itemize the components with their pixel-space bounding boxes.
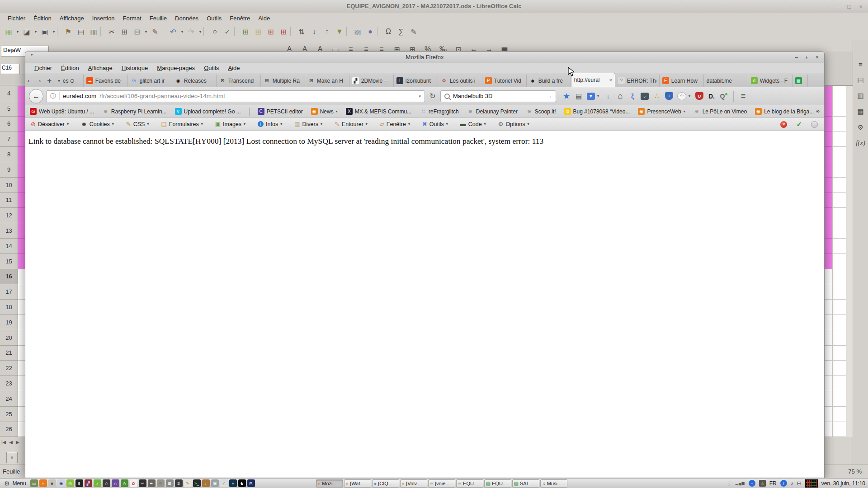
sheet-cell[interactable] (18, 330, 25, 346)
navbar-icon[interactable]: ≡ (739, 91, 747, 101)
sheet-cell[interactable] (833, 391, 846, 407)
toolbar-icon[interactable]: ⊞ (278, 26, 289, 38)
app-launcher-icon[interactable]: ▭ (30, 479, 38, 487)
sheet-cell[interactable] (833, 101, 846, 117)
system-monitor-graph[interactable] (805, 479, 818, 488)
toolbar-icon[interactable]: ▾ (198, 26, 203, 38)
toolbar-icon[interactable]: A (300, 45, 309, 51)
app-launcher-icon[interactable]: ♞ (238, 479, 246, 487)
toolbar-icon[interactable]: ▦ (3, 26, 14, 38)
browser-tab[interactable]: ⊠ Multiple Ra (261, 75, 305, 87)
sheet-cell[interactable] (825, 147, 832, 162)
sheet-cell[interactable] (18, 117, 25, 132)
webdev-menu-item[interactable]: ▤ Formulaires ▾ (161, 121, 203, 127)
sheet-cell[interactable] (18, 315, 25, 330)
menu-item[interactable]: Format (119, 15, 146, 22)
browser-tab[interactable]: databit.me (704, 75, 748, 87)
sheet-cell[interactable] (825, 422, 832, 437)
sheet-cell[interactable] (825, 376, 832, 391)
menu-item[interactable]: Affichage (56, 15, 88, 22)
toolbar-icon[interactable]: ← (469, 45, 478, 51)
bookmark-item[interactable] (249, 108, 250, 116)
toolbar-icon[interactable] (203, 27, 208, 36)
sheet-cell[interactable] (18, 178, 25, 193)
sidebar-gallery-icon[interactable]: ▦ (857, 108, 863, 116)
toolbar-icon[interactable]: ▣ (39, 26, 51, 38)
app-launcher-icon[interactable]: ⁂ (121, 479, 128, 487)
sheet-nav-button[interactable]: ◀ (9, 440, 13, 445)
row-header[interactable]: 18 (0, 300, 18, 315)
row-header[interactable]: 22 (0, 361, 18, 376)
sheet-cell[interactable] (825, 101, 832, 117)
bookmark-item[interactable]: ⊕ Scoop.it! (526, 108, 556, 115)
menu-item[interactable]: Outils (199, 65, 223, 71)
toolbar-icon[interactable]: ▾ (52, 26, 56, 38)
toolbar-icon[interactable]: ▾ (15, 26, 20, 38)
sheet-cell[interactable] (18, 284, 25, 300)
keyboard-layout-indicator[interactable]: FR (769, 480, 777, 487)
toolbar-icon[interactable]: ⊞ (408, 45, 417, 51)
new-tab-button[interactable]: + (47, 76, 52, 85)
tab-close-icon[interactable]: × (609, 77, 612, 83)
error-status-icon[interactable]: × (780, 121, 787, 128)
window-control-button[interactable]: – (795, 54, 798, 61)
bookmark-item[interactable]: ◉ News ▾ (311, 108, 338, 115)
app-launcher-icon[interactable]: ✒ (148, 479, 156, 487)
bookmarks-overflow-icon[interactable]: » (816, 108, 820, 114)
toolbar-icon[interactable]: ⊟ (131, 26, 143, 38)
tray-icon[interactable]: ♪ (791, 480, 793, 487)
app-launcher-icon[interactable]: ✎ (184, 479, 192, 487)
menu-item[interactable]: Édition (29, 15, 56, 22)
toolbar-icon[interactable] (290, 27, 295, 36)
toolbar-icon[interactable]: ✎ (408, 26, 420, 38)
toolbar-icon[interactable]: ▾ (33, 26, 38, 38)
sheet-cell[interactable] (833, 284, 846, 300)
webdev-menu-item[interactable]: i Infos ▾ (258, 121, 282, 127)
tab-scroll-left-button[interactable]: ‹ (28, 77, 29, 84)
navbar-icon[interactable]: ξ (628, 91, 637, 101)
bookmark-item[interactable]: C PETSCII editor (258, 108, 303, 115)
bookmark-item[interactable]: ◉ PresenceWeb ▾ (638, 108, 685, 115)
sheet-cell[interactable] (833, 315, 846, 330)
sheet-cell[interactable] (18, 193, 25, 208)
app-launcher-icon[interactable]: ↓ (202, 479, 210, 487)
app-launcher-icon[interactable]: ◗ (39, 479, 47, 487)
browser-tab[interactable]: ? ERROR: The (615, 75, 660, 87)
toolbar-icon[interactable]: ⊡ (454, 45, 463, 51)
navbar-icon[interactable]: ∴ (653, 91, 661, 101)
valid-status-icon[interactable]: ✓ (796, 120, 802, 128)
toolbar-icon[interactable]: ⊞ (240, 26, 251, 38)
toolbar-icon[interactable] (377, 27, 382, 36)
webdev-menu-item[interactable]: ⚙ Options ▾ (498, 121, 529, 127)
webdev-menu-item[interactable]: ▬ Code ▾ (460, 121, 486, 127)
sheet-cell[interactable] (825, 193, 832, 208)
sheet-cell[interactable] (833, 131, 846, 147)
browser-tab[interactable]: G glitch art ir (128, 75, 172, 87)
app-launcher-icon[interactable]: ◇ (103, 479, 110, 487)
sheet-nav-button[interactable]: ▶ (16, 440, 19, 445)
sheet-cell[interactable] (825, 254, 832, 269)
sheet-cell[interactable] (18, 86, 25, 101)
sheet-cell[interactable] (833, 376, 846, 391)
bookmark-item[interactable]: ⊕ Le PôLe on Vimeo (693, 108, 747, 115)
app-launcher-icon[interactable]: ✓ (220, 479, 228, 487)
sheet-cell[interactable] (18, 346, 25, 361)
toolbar-icon[interactable]: ⊞ (252, 26, 264, 38)
sheet-cell[interactable] (825, 330, 832, 346)
search-go-icon[interactable]: → (546, 93, 552, 99)
browser-tab[interactable]: ⊠ Make an H (305, 75, 349, 87)
toolbar-icon[interactable]: ✂ (106, 26, 118, 38)
sheet-cell[interactable] (833, 254, 846, 269)
browser-tab[interactable]: ☁ Favoris de (84, 75, 128, 87)
webdev-menu-item[interactable]: ☻ Cookies ▾ (81, 121, 114, 127)
app-launcher-icon[interactable]: ● (229, 479, 237, 487)
idle-status-icon[interactable] (811, 121, 818, 128)
row-header[interactable]: 13 (0, 223, 18, 239)
taskbar-window-button[interactable]: ● [CIQ ... (372, 479, 399, 488)
toolbar-icon[interactable]: ⊞ (118, 26, 130, 38)
tray-icon[interactable]: ⊟ (797, 480, 802, 487)
toolbar-icon[interactable] (234, 27, 239, 36)
toolbar-icon[interactable]: ↓ (308, 26, 320, 38)
browser-tab[interactable]: ⊠ Transcend (217, 75, 261, 87)
row-header[interactable]: 20 (0, 330, 18, 346)
